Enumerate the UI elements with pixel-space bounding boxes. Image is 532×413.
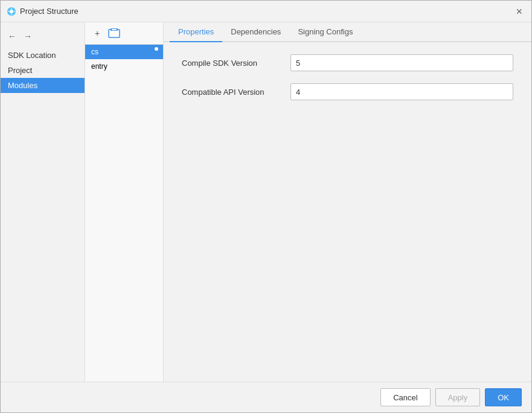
module-item-entry[interactable]: entry xyxy=(85,59,163,74)
add-module-button[interactable]: + xyxy=(90,26,104,40)
compile-sdk-label: Compile SDK Version xyxy=(182,59,290,68)
compile-sdk-input[interactable] xyxy=(290,54,513,71)
compatible-api-label: Compatible API Version xyxy=(182,88,290,97)
module-toolbar: + xyxy=(85,22,163,45)
tabs-bar: Properties Dependencies Signing Configs xyxy=(164,22,531,42)
compatible-api-input[interactable] xyxy=(290,83,513,100)
forward-button[interactable]: → xyxy=(21,30,34,43)
compile-sdk-row: Compile SDK Version xyxy=(182,54,513,71)
apply-button[interactable]: Apply xyxy=(435,388,481,406)
right-panel: Properties Dependencies Signing Configs … xyxy=(164,22,531,382)
svg-rect-4 xyxy=(112,29,117,30)
sidebar-item-modules[interactable]: Modules xyxy=(1,78,85,93)
project-structure-dialog: Project Structure ✕ ← → SDK Location Pro… xyxy=(0,0,532,413)
module-item-cs[interactable]: cs xyxy=(85,45,163,59)
main-content: ← → SDK Location Project Modules + xyxy=(1,22,531,382)
tab-signing-configs[interactable]: Signing Configs xyxy=(289,22,361,42)
content-area: Compile SDK Version Compatible API Versi… xyxy=(164,42,531,382)
tab-properties[interactable]: Properties xyxy=(170,22,222,42)
cancel-button[interactable]: Cancel xyxy=(380,388,430,406)
title-bar: Project Structure ✕ xyxy=(1,1,531,22)
ok-button[interactable]: OK xyxy=(485,388,522,406)
compatible-api-row: Compatible API Version xyxy=(182,83,513,100)
back-button[interactable]: ← xyxy=(5,30,19,43)
sidebar-item-sdk-location[interactable]: SDK Location xyxy=(1,48,85,63)
sidebar-item-project[interactable]: Project xyxy=(1,63,85,78)
module-icon xyxy=(107,27,121,39)
app-icon xyxy=(7,7,16,16)
sidebar: ← → SDK Location Project Modules xyxy=(1,22,85,382)
module-dot xyxy=(155,47,158,51)
svg-point-1 xyxy=(10,10,13,13)
module-list: + cs entry xyxy=(85,22,164,382)
close-button[interactable]: ✕ xyxy=(513,5,525,18)
tab-dependencies[interactable]: Dependencies xyxy=(222,22,289,42)
dialog-title: Project Structure xyxy=(20,7,513,16)
footer: Cancel Apply OK xyxy=(1,382,531,412)
